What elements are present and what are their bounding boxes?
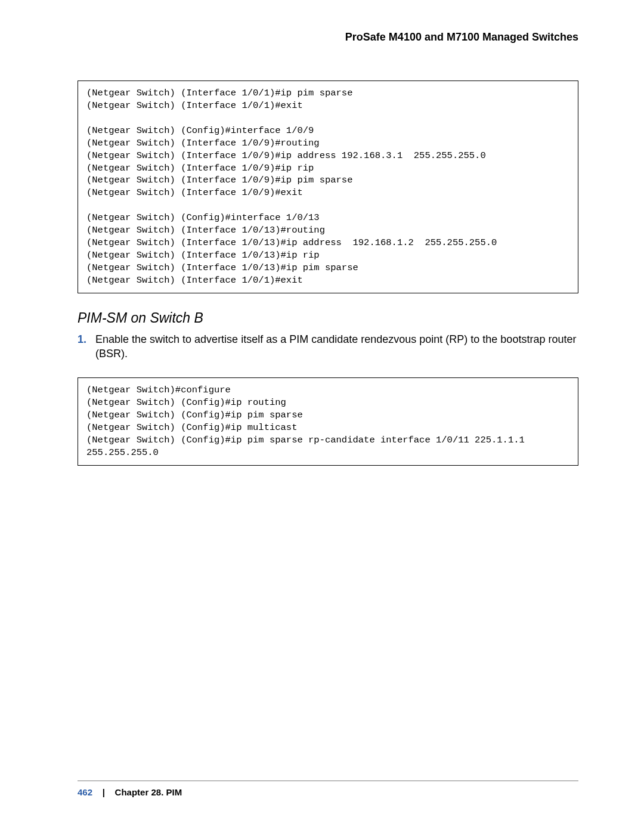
step-text: Enable the switch to advertise itself as… (95, 332, 578, 361)
code-block-2: (Netgear Switch)#configure (Netgear Swit… (78, 377, 578, 466)
chapter-label: Chapter 28. PIM (115, 787, 182, 797)
document-header-title: ProSafe M4100 and M7100 Managed Switches (78, 31, 578, 44)
footer-separator: | (103, 787, 105, 797)
step-number: 1. (78, 332, 95, 361)
numbered-step-1: 1. Enable the switch to advertise itself… (78, 332, 578, 361)
page-number: 462 (78, 787, 92, 797)
code-block-1: (Netgear Switch) (Interface 1/0/1)#ip pi… (78, 80, 578, 293)
page: ProSafe M4100 and M7100 Managed Switches… (0, 0, 644, 833)
page-footer: 462 | Chapter 28. PIM (78, 781, 578, 797)
section-heading-pim-sm-switch-b: PIM-SM on Switch B (78, 310, 578, 326)
